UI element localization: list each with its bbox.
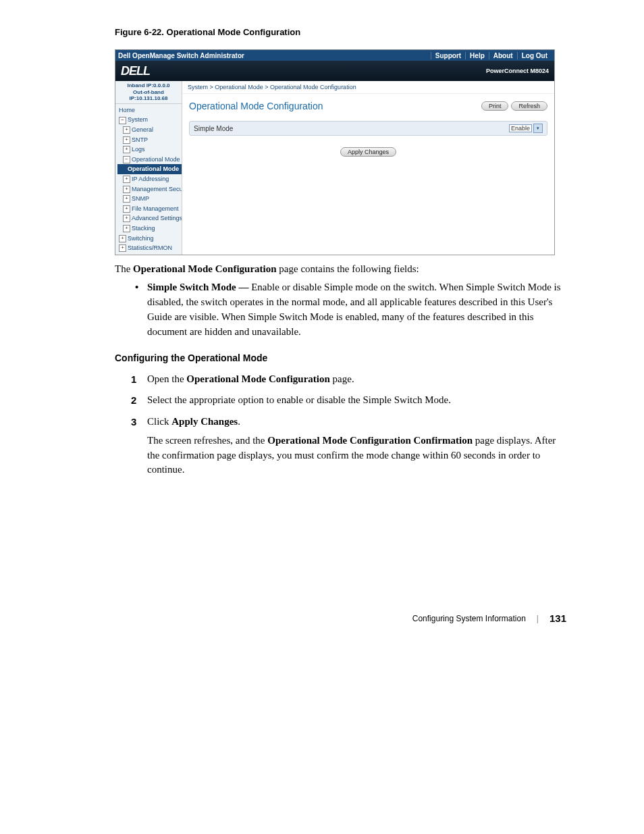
tree-snmp[interactable]: +SNMP <box>117 194 182 204</box>
tree-general[interactable]: +General <box>117 125 182 135</box>
step-1: Open the Operational Mode Configuration … <box>135 372 566 387</box>
step-3: Click Apply Changes. The screen refreshe… <box>135 415 566 477</box>
admin-topbar: Dell OpenManage Switch Administrator Sup… <box>115 50 554 61</box>
simple-mode-row: Simple Mode Enable ▾ <box>189 121 547 136</box>
tree-op-mode[interactable]: −Operational Mode <box>117 155 182 165</box>
expand-icon[interactable]: + <box>123 225 130 232</box>
footer-section: Configuring System Information <box>412 614 526 623</box>
simple-mode-select[interactable]: Enable <box>509 124 532 132</box>
step-2: Select the appropriate option to enable … <box>135 393 566 408</box>
expand-icon[interactable]: + <box>123 176 130 183</box>
expand-icon[interactable]: + <box>123 186 130 193</box>
tree-mgmt-security[interactable]: +Management Security <box>117 184 182 194</box>
dell-logo: DELL <box>121 64 150 78</box>
bullet-simple-switch: Simple Switch Mode — Enable or disable S… <box>135 280 566 339</box>
tree-stacking[interactable]: +Stacking <box>117 224 182 234</box>
expand-icon[interactable]: + <box>123 136 130 144</box>
admin-title: Dell OpenManage Switch Administrator <box>118 52 244 59</box>
collapse-icon[interactable]: − <box>123 156 130 163</box>
expand-icon[interactable]: + <box>123 126 130 134</box>
page-number: 131 <box>549 613 566 624</box>
expand-icon[interactable]: + <box>119 235 126 242</box>
main-content: System > Operational Mode > Operational … <box>182 81 554 255</box>
product-name: PowerConnect M8024 <box>486 68 549 74</box>
about-link[interactable]: About <box>489 52 517 59</box>
ip-block: Inband IP:0.0.0.0 Out-of-band IP:10.131.… <box>115 81 182 104</box>
tree-logs[interactable]: +Logs <box>117 145 182 155</box>
nav-tree: Home −System +General +SNTP +Logs −Opera… <box>115 104 182 255</box>
simple-mode-label: Simple Mode <box>194 125 509 132</box>
tree-stats[interactable]: +Statistics/RMON <box>117 243 182 253</box>
expand-icon[interactable]: + <box>123 215 130 222</box>
outband-ip: Out-of-band IP:10.131.10.68 <box>115 89 182 102</box>
breadcrumb: System > Operational Mode > Operational … <box>182 81 554 94</box>
tree-system[interactable]: −System <box>117 115 182 125</box>
expand-icon[interactable]: + <box>119 244 126 252</box>
logout-link[interactable]: Log Out <box>517 52 552 59</box>
chevron-down-icon[interactable]: ▾ <box>533 124 543 133</box>
help-link[interactable]: Help <box>465 52 489 59</box>
tree-home[interactable]: Home <box>117 105 182 115</box>
screenshot: Dell OpenManage Switch Administrator Sup… <box>115 49 555 255</box>
apply-changes-button[interactable]: Apply Changes <box>340 147 396 157</box>
tree-ip-addressing[interactable]: +IP Addressing <box>117 174 182 184</box>
intro-paragraph: The Operational Mode Configuration page … <box>115 262 566 277</box>
support-link[interactable]: Support <box>431 52 465 59</box>
expand-icon[interactable]: + <box>123 205 130 213</box>
footer-separator: | <box>537 614 539 623</box>
figure-caption: Figure 6-22. Operational Mode Configurat… <box>115 27 566 37</box>
tree-file-mgmt[interactable]: +File Management <box>117 204 182 214</box>
page-title: Operational Mode Configuration <box>189 101 323 111</box>
admin-header: DELL PowerConnect M8024 <box>115 61 554 81</box>
print-button[interactable]: Print <box>481 101 509 111</box>
collapse-icon[interactable]: − <box>119 117 126 124</box>
expand-icon[interactable]: + <box>123 146 130 153</box>
body-text: The Operational Mode Configuration page … <box>115 262 566 478</box>
inband-ip: Inband IP:0.0.0.0 <box>115 82 182 89</box>
expand-icon[interactable]: + <box>123 195 130 203</box>
refresh-button[interactable]: Refresh <box>511 101 547 111</box>
tree-switching[interactable]: +Switching <box>117 234 182 244</box>
tree-op-mode-selected[interactable]: Operational Mode <box>117 164 182 174</box>
sidebar: Inband IP:0.0.0.0 Out-of-band IP:10.131.… <box>115 81 182 255</box>
tree-adv-settings[interactable]: +Advanced Settings <box>117 213 182 224</box>
subheading: Configuring the Operational Mode <box>115 351 566 365</box>
page-footer: Configuring System Information | 131 <box>115 613 566 624</box>
tree-sntp[interactable]: +SNTP <box>117 135 182 145</box>
